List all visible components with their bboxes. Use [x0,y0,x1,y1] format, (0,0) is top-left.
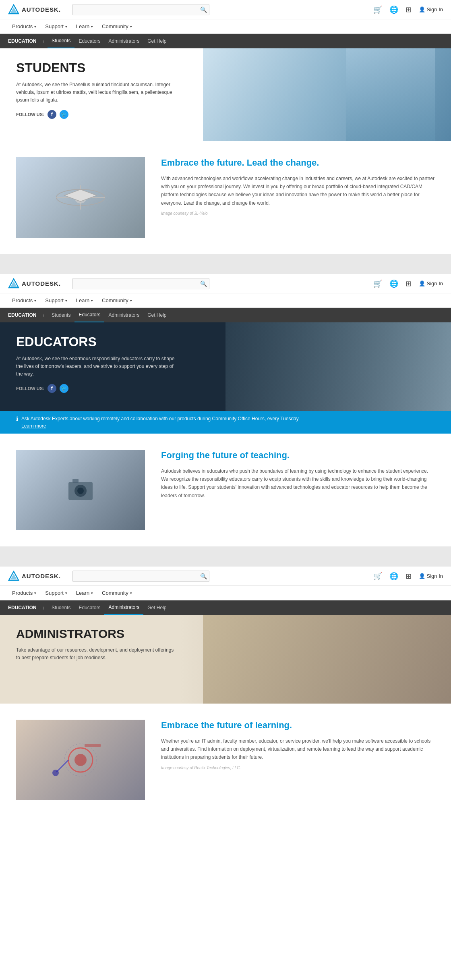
hero-students-image [203,48,451,141]
edu-breadcrumb-educators: EDUCATION / Students Educators Administr… [0,308,451,322]
search-submit-button-2[interactable]: 🔍 [200,280,207,287]
nav-learn[interactable]: Learn ▾ [72,19,97,34]
edu-link-students-3[interactable]: Students [48,600,74,615]
educators-feature: Forging the future of teaching. Autodesk… [0,434,451,546]
edu-link-educators-3[interactable]: Educators [74,600,104,615]
nav-community-3[interactable]: Community ▾ [98,586,136,600]
hero-admins-img-inner [203,615,451,704]
logo-text-3: AUTODESK. [22,573,61,579]
nav-support-3[interactable]: Support ▾ [41,586,71,600]
primary-nav-students: Products ▾ Support ▾ Learn ▾ Community ▾ [0,19,451,34]
search-input[interactable] [72,4,209,15]
nav-products-2[interactable]: Products ▾ [8,293,40,308]
person-icon: 👤 [419,6,425,12]
nav-support-2[interactable]: Support ▾ [41,293,71,308]
edu-link-students-2[interactable]: Students [48,308,74,322]
globe-icon-3[interactable]: 🌐 [389,572,398,581]
hero-students-content: STUDENTS At Autodesk, we see the Phasell… [16,60,177,119]
search-submit-button[interactable]: 🔍 [200,6,207,13]
products-arrow-2: ▾ [34,299,36,303]
sign-in-label: Sign In [427,6,443,12]
educators-feature-text: Forging the future of teaching. Autodesk… [145,450,435,504]
edu-link-gethelp-3[interactable]: Get Help [143,600,170,615]
admin-feature-img-placeholder [16,720,145,800]
cart-icon-3[interactable]: 🛒 [373,572,382,581]
site-header-admins: AUTODESK. 🔍 🛒 🌐 ⊞ 👤 Sign In [0,567,451,586]
students-feature-title: Embrace the future. Lead the change. [161,157,435,169]
search-input-3[interactable] [72,571,209,582]
educators-feature-title: Forging the future of teaching. [161,450,435,461]
nav-products[interactable]: Products ▾ [8,19,40,34]
hero-admins: ADMINISTRATORS Take advantage of our res… [0,615,451,704]
edu-link-gethelp[interactable]: Get Help [143,34,170,48]
logo-text-2: AUTODESK. [22,280,61,287]
edu-link-administrators[interactable]: Administrators [104,34,143,48]
logo-area: AUTODESK. [8,4,72,15]
svg-point-18 [52,770,59,776]
edu-sep-3: / [39,605,48,611]
edu-title: EDUCATION [8,38,39,44]
cart-icon-2[interactable]: 🛒 [373,279,382,288]
grid-icon-2[interactable]: ⊞ [405,279,412,288]
edu-link-educators-2[interactable]: Educators [74,308,104,322]
search-submit-button-3[interactable]: 🔍 [200,573,207,579]
edu-link-administrators-2[interactable]: Administrators [104,308,143,322]
facebook-icon[interactable]: f [48,110,56,119]
autodesk-logo-icon-3 [8,571,19,582]
learn-arrow-2: ▾ [91,299,93,303]
admins-feature-credit: Image courtesy of Reniix Technologies, L… [161,766,435,770]
sign-in-button-3[interactable]: 👤 Sign In [419,573,443,579]
facebook-icon-2[interactable]: f [48,384,56,393]
twitter-icon-2[interactable]: 🐦 [60,384,68,393]
edu-link-administrators-3[interactable]: Administrators [104,600,143,615]
nav-products-3[interactable]: Products ▾ [8,586,40,600]
products-arrow-3: ▾ [34,591,36,595]
educators-feature-desc: Autodesk believes in educators who push … [161,467,435,500]
globe-icon-2[interactable]: 🌐 [389,279,398,288]
alert-icon: ℹ [16,415,18,422]
edu-link-gethelp-2[interactable]: Get Help [143,308,170,322]
nav-community[interactable]: Community ▾ [98,19,136,34]
primary-nav-admins: Products ▾ Support ▾ Learn ▾ Community ▾ [0,586,451,600]
gray-separator-2 [0,546,451,567]
admins-feature: Embrace the future of learning. Whether … [0,704,451,816]
edu-link-students[interactable]: Students [48,34,74,48]
header-icons-2: 🛒 🌐 ⊞ 👤 Sign In [373,279,443,288]
edu-title-3: EDUCATION [8,605,39,610]
community-arrow: ▾ [130,25,132,29]
header-icons-3: 🛒 🌐 ⊞ 👤 Sign In [373,572,443,581]
admins-feature-text: Embrace the future of learning. Whether … [145,720,435,770]
sign-in-button-2[interactable]: 👤 Sign In [419,280,443,287]
students-desc: At Autodesk, we see the Phasellus euismo… [16,81,177,104]
cart-icon[interactable]: 🛒 [373,5,382,14]
search-wrap: 🔍 [72,4,209,15]
edu-link-educators[interactable]: Educators [74,34,104,48]
twitter-icon[interactable]: 🐦 [60,110,68,119]
students-feature-image [16,157,145,238]
svg-rect-19 [85,744,101,747]
edu-sep: / [39,38,48,44]
gray-separator-1 [0,254,451,274]
header-icons: 🛒 🌐 ⊞ 👤 Sign In [373,5,443,14]
person-icon-3: 👤 [419,573,425,579]
students-feature-desc: With advanced technologies and workflows… [161,174,435,208]
students-title: STUDENTS [16,60,177,75]
search-input-2[interactable] [72,278,209,289]
hero-educators-content: EDUCATORS At Autodesk, we see the enormo… [16,334,177,393]
alert-learn-more[interactable]: Learn more [21,423,46,429]
educators-feature-image [16,450,145,530]
nav-community-2[interactable]: Community ▾ [98,293,136,308]
nav-learn-3[interactable]: Learn ▾ [72,586,97,600]
primary-nav-educators: Products ▾ Support ▾ Learn ▾ Community ▾ [0,293,451,308]
globe-icon[interactable]: 🌐 [389,5,398,14]
grid-icon[interactable]: ⊞ [405,5,412,14]
sign-in-button[interactable]: 👤 Sign In [419,6,443,12]
search-wrap-2: 🔍 [72,278,209,289]
nav-support[interactable]: Support ▾ [41,19,71,34]
admins-feature-desc: Whether you're an IT admin, faculty memb… [161,737,435,762]
grid-icon-3[interactable]: ⊞ [405,572,412,581]
person-icon-2: 👤 [419,280,425,287]
nav-learn-2[interactable]: Learn ▾ [72,293,97,308]
autodesk-logo-icon [8,4,19,15]
educators-desc: At Autodesk, we see the enormous respons… [16,355,177,378]
